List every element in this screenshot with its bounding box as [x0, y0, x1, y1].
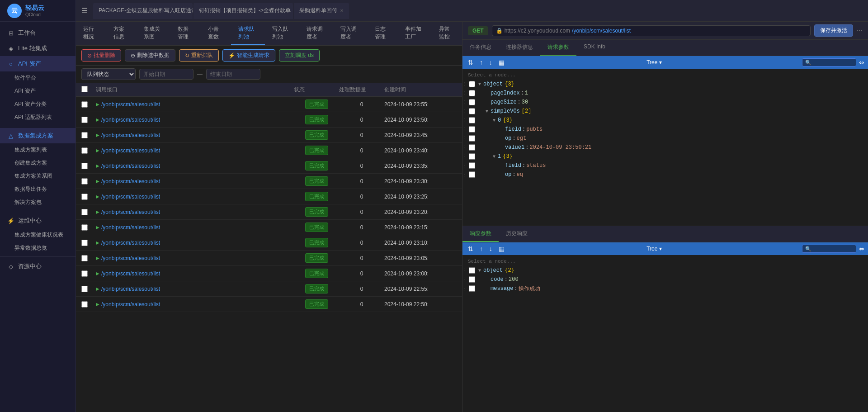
drag-handle[interactable]: ⋮⋮ — [462, 277, 468, 282]
row-checkbox[interactable] — [81, 224, 88, 231]
sort-icon[interactable]: ⇅ — [466, 58, 475, 67]
sidebar-sub-create-integration[interactable]: 创建集成方案 — [0, 156, 75, 170]
status-filter[interactable]: 队列状态 — [81, 68, 136, 80]
filter-icon[interactable]: ▦ — [497, 58, 506, 67]
drag-handle[interactable]: ⋮⋮ — [462, 90, 468, 96]
resp-filter-icon[interactable]: ▦ — [497, 244, 506, 253]
subnav-data-mgmt[interactable]: 数据管理 — [170, 22, 201, 45]
row-checkbox[interactable] — [81, 132, 88, 138]
sidebar-item-api-assets[interactable]: ○ API 资产 — [0, 56, 75, 71]
json-row-check[interactable] — [469, 81, 475, 87]
json-arrow[interactable]: ▼ — [484, 109, 490, 114]
row-checkbox[interactable] — [81, 163, 88, 169]
api-link[interactable]: ▶ /yonbip/scm/salesout/list — [96, 132, 160, 138]
api-link[interactable]: ▶ /yonbip/scm/salesout/list — [96, 178, 160, 185]
response-tab-history[interactable]: 历史响应 — [499, 226, 535, 242]
json-row-check[interactable] — [469, 144, 475, 151]
tab-3-close[interactable]: ✕ — [340, 8, 344, 13]
drag-handle[interactable]: ⋮⋮ — [462, 154, 468, 159]
api-link[interactable]: ▶ /yonbip/scm/salesout/list — [96, 101, 160, 108]
response-search-input[interactable] — [802, 245, 856, 253]
subnav-event[interactable]: 事件加工厂 — [398, 22, 432, 45]
row-checkbox[interactable] — [81, 270, 88, 277]
sidebar-item-resource[interactable]: ◇ 资源中心 — [0, 259, 75, 274]
sidebar-item-workbench[interactable]: ⊞ 工作台 — [0, 25, 75, 41]
tab-3[interactable]: 采购退料单回传 ✕ — [294, 3, 349, 19]
json-row-check[interactable] — [469, 153, 475, 160]
drag-handle[interactable]: ⋮⋮ — [462, 163, 468, 168]
api-link[interactable]: ▶ /yonbip/scm/salesout/list — [96, 301, 160, 308]
schedule-btn[interactable]: 立刻调度 ds — [279, 49, 320, 62]
row-checkbox[interactable] — [81, 240, 88, 246]
api-link[interactable]: ▶ /yonbip/scm/salesout/list — [96, 117, 160, 123]
api-link[interactable]: ▶ /yonbip/scm/salesout/list — [96, 224, 160, 231]
row-checkbox[interactable] — [81, 209, 88, 215]
subnav-runtime[interactable]: 运行概况 — [76, 22, 106, 45]
json-arrow[interactable]: ▼ — [491, 118, 497, 123]
more-options-btn[interactable]: ··· — [857, 27, 863, 35]
sidebar-item-data-integration[interactable]: △ 数据集成方案 — [0, 128, 75, 143]
start-date-input[interactable] — [139, 69, 193, 80]
resp-sort-icon[interactable]: ⇅ — [466, 244, 475, 253]
json-row-check[interactable] — [469, 108, 475, 114]
re-queue-btn[interactable]: ↻ 重新排队 — [179, 49, 219, 62]
json-arrow[interactable]: ▼ — [477, 268, 482, 273]
row-checkbox[interactable] — [81, 147, 88, 154]
api-link[interactable]: ▶ /yonbip/scm/salesout/list — [96, 240, 160, 246]
resp-expand-btn[interactable]: ⇔ — [859, 245, 864, 252]
drag-handle[interactable]: ⋮⋮ — [462, 99, 468, 105]
json-row-check[interactable] — [469, 117, 475, 123]
api-link[interactable]: ▶ /yonbip/scm/salesout/list — [96, 255, 160, 261]
drag-handle[interactable]: ⋮⋮ — [462, 145, 468, 150]
subnav-log[interactable]: 日志管理 — [368, 22, 398, 45]
row-checkbox[interactable] — [81, 194, 88, 200]
save-activate-btn[interactable]: 保存并激活 — [814, 24, 853, 37]
subnav-plan-info[interactable]: 方案信息 — [106, 22, 137, 45]
drag-handle[interactable]: ⋮⋮ — [462, 118, 468, 123]
json-row-check[interactable] — [469, 126, 475, 133]
sidebar-sub-solution-package[interactable]: 解决方案包 — [0, 196, 75, 209]
menu-icon[interactable]: ☰ — [81, 6, 88, 15]
drag-handle[interactable]: ⋮⋮ — [462, 268, 468, 273]
drag-handle[interactable]: ⋮⋮ — [462, 172, 468, 177]
row-checkbox[interactable] — [81, 178, 88, 185]
subnav-write-scheduler[interactable]: 写入调度者 — [333, 22, 368, 45]
sidebar-sub-data-export[interactable]: 数据导出任务 — [0, 183, 75, 196]
subnav-request-queue[interactable]: 请求队列池 — [231, 22, 265, 45]
resp-up-icon[interactable]: ↑ — [478, 244, 485, 253]
subnav-relations[interactable]: 集成关系图 — [137, 22, 171, 45]
expand-collapse-btn[interactable]: ⇔ — [859, 59, 864, 66]
tab-request-params[interactable]: 请求参数 — [540, 40, 576, 56]
resp-down-icon[interactable]: ↓ — [487, 244, 494, 253]
json-row-check[interactable] — [469, 285, 475, 292]
select-all-checkbox[interactable] — [81, 86, 88, 92]
sidebar-sub-software[interactable]: 软件平台 — [0, 71, 75, 85]
up-icon[interactable]: ↑ — [478, 58, 485, 67]
tab-connector[interactable]: 连接器信息 — [499, 40, 540, 56]
sidebar-sub-api[interactable]: API 资产 — [0, 85, 75, 98]
sidebar-sub-api-cat[interactable]: API 资产分类 — [0, 98, 75, 111]
subnav-anomaly[interactable]: 异常监控 — [432, 22, 462, 45]
json-row-check[interactable] — [469, 267, 475, 274]
api-link[interactable]: ▶ /yonbip/scm/salesout/list — [96, 209, 160, 215]
api-link[interactable]: ▶ /yonbip/scm/salesout/list — [96, 147, 160, 154]
smart-generate-btn[interactable]: ⚡ 智能生成请求 — [222, 49, 275, 62]
drag-handle[interactable]: ⋮⋮ — [462, 136, 468, 141]
sidebar-sub-integration-list[interactable]: 集成方案列表 — [0, 143, 75, 156]
request-search-input[interactable] — [802, 58, 856, 66]
sidebar-item-ops[interactable]: ⚡ 运维中心 — [0, 213, 75, 228]
sidebar-sub-anomaly[interactable]: 异常数据总览 — [0, 242, 75, 255]
subnav-request-scheduler[interactable]: 请求调度者 — [299, 22, 334, 45]
json-row-check[interactable] — [469, 90, 475, 96]
sidebar-sub-health[interactable]: 集成方案健康状况表 — [0, 228, 75, 242]
subnav-write-queue[interactable]: 写入队列池 — [265, 22, 299, 45]
response-tab-params[interactable]: 响应参数 — [462, 226, 499, 242]
tab-sdk[interactable]: SDK Info — [576, 40, 613, 56]
json-row-check[interactable] — [469, 171, 475, 178]
api-link[interactable]: ▶ /yonbip/scm/salesout/list — [96, 194, 160, 200]
json-row-check[interactable] — [469, 135, 475, 142]
json-row-check[interactable] — [469, 276, 475, 283]
json-row-check[interactable] — [469, 162, 475, 169]
api-link[interactable]: ▶ /yonbip/scm/salesout/list — [96, 163, 160, 169]
json-arrow[interactable]: ▼ — [477, 82, 482, 87]
